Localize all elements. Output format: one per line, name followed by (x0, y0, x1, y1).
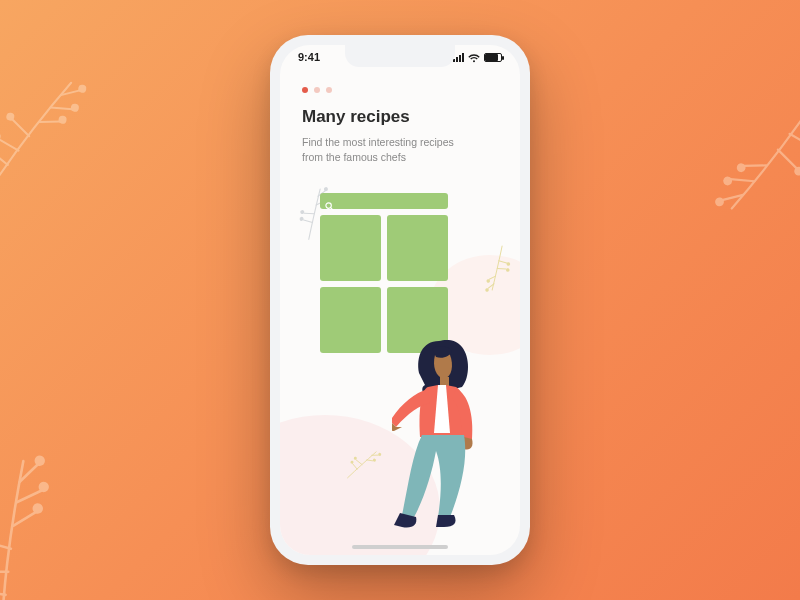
phone-frame: 9:41 Many recipes Find the most interest… (270, 35, 530, 565)
onboarding-subtitle: Find the most interesting recipes from t… (302, 135, 472, 165)
page-indicator[interactable] (302, 87, 498, 93)
svg-point-19 (300, 210, 305, 215)
svg-point-29 (378, 452, 382, 456)
bg-branch-decoration (0, 47, 144, 242)
page-dot-1[interactable] (302, 87, 308, 93)
illustration-search-bar (320, 193, 448, 209)
svg-point-22 (506, 262, 510, 266)
svg-point-3 (58, 115, 67, 124)
search-icon (325, 197, 334, 206)
phone-screen: 9:41 Many recipes Find the most interest… (280, 45, 520, 555)
svg-point-18 (299, 216, 304, 221)
svg-point-5 (78, 84, 87, 93)
status-time: 9:41 (298, 51, 320, 63)
illustration-person (392, 327, 512, 537)
home-indicator[interactable] (352, 545, 448, 549)
onboarding-title: Many recipes (302, 107, 498, 127)
battery-icon (484, 53, 502, 62)
svg-point-27 (353, 456, 357, 460)
illustration-recipe-tile (320, 215, 381, 281)
svg-line-31 (331, 207, 334, 210)
svg-point-26 (350, 460, 354, 464)
page-dot-2[interactable] (314, 87, 320, 93)
page-dot-3[interactable] (326, 87, 332, 93)
bg-branch-decoration (652, 33, 800, 248)
phone-notch (345, 45, 455, 67)
svg-point-4 (70, 103, 79, 112)
svg-point-15 (736, 163, 746, 173)
wifi-icon (468, 53, 480, 62)
svg-point-17 (714, 197, 724, 207)
svg-point-23 (506, 268, 510, 272)
svg-point-28 (373, 458, 377, 462)
onboarding-illustration (280, 195, 520, 555)
illustration-recipe-tile (387, 215, 448, 281)
illustration-recipe-tile (320, 287, 381, 353)
mockup-background: 9:41 Many recipes Find the most interest… (0, 0, 800, 600)
svg-point-16 (723, 176, 733, 186)
bg-branch-decoration (0, 406, 176, 600)
